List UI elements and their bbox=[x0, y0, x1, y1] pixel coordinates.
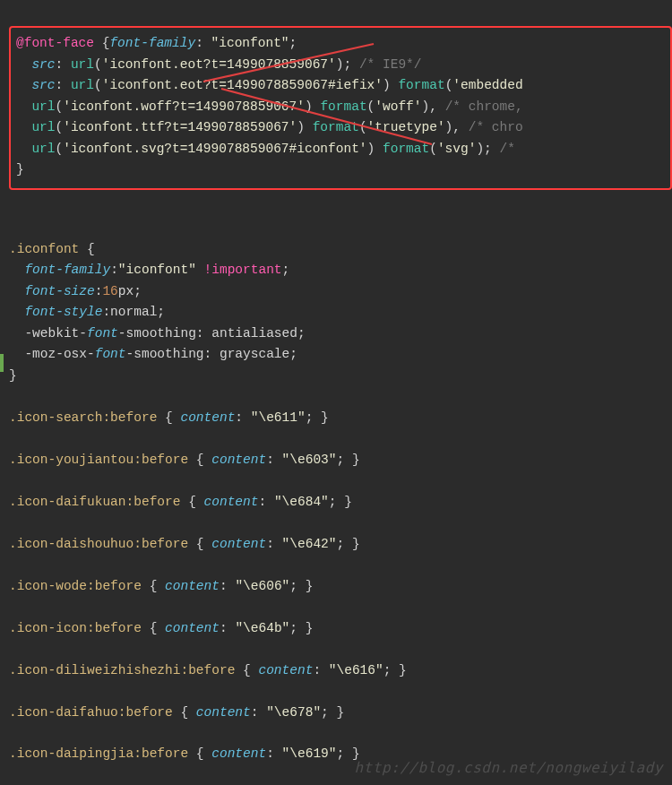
at-rule: @font-face bbox=[16, 36, 94, 50]
selector: .icon-search:before bbox=[9, 410, 157, 425]
watermark: http://blog.csdn.net/nongweiyilady bbox=[354, 756, 663, 780]
selector: .icon-diliweizhishezhi:before bbox=[9, 663, 235, 677]
selector: .icon-daifahuo:before bbox=[9, 705, 173, 720]
selector: .icon-icon:before bbox=[9, 621, 142, 635]
gutter-marker bbox=[0, 354, 4, 372]
selector: .icon-daipingjia:before bbox=[9, 746, 188, 761]
highlight-annotation: @font-face {font-family: "iconfont"; src… bbox=[9, 26, 672, 189]
selector: .iconfont bbox=[9, 242, 79, 256]
selector: .icon-daishouhuo:before bbox=[9, 537, 188, 551]
svg-line-1 bbox=[221, 89, 432, 144]
selector: .icon-daifukuan:before bbox=[9, 495, 180, 509]
selector: .icon-youjiantou:before bbox=[9, 453, 188, 467]
selector: .icon-wode:before bbox=[9, 579, 142, 593]
code-editor: @font-face {font-family: "iconfont"; src… bbox=[0, 0, 672, 785]
